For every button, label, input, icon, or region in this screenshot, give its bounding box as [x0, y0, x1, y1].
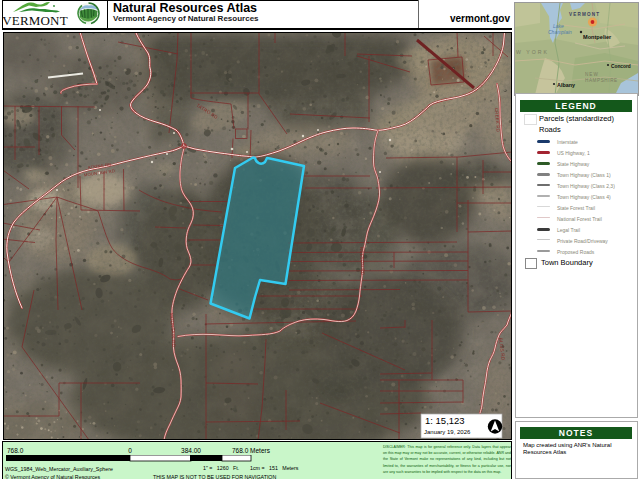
svg-text:NEW: NEW: [585, 72, 599, 77]
svg-text:Champlain: Champlain: [548, 29, 572, 35]
svg-text:Montpelier: Montpelier: [583, 34, 612, 40]
svg-text:Concord: Concord: [611, 64, 631, 69]
svg-text:W YORK: W YORK: [516, 49, 549, 55]
svg-text:VERMONT: VERMONT: [569, 12, 600, 17]
svg-text:1: 15,123: 1: 15,123: [425, 415, 465, 426]
svg-text:Albany: Albany: [557, 82, 575, 88]
svg-text:January 19, 2026: January 19, 2026: [424, 429, 471, 435]
svg-text:HAMPSHIRE: HAMPSHIRE: [585, 78, 618, 83]
